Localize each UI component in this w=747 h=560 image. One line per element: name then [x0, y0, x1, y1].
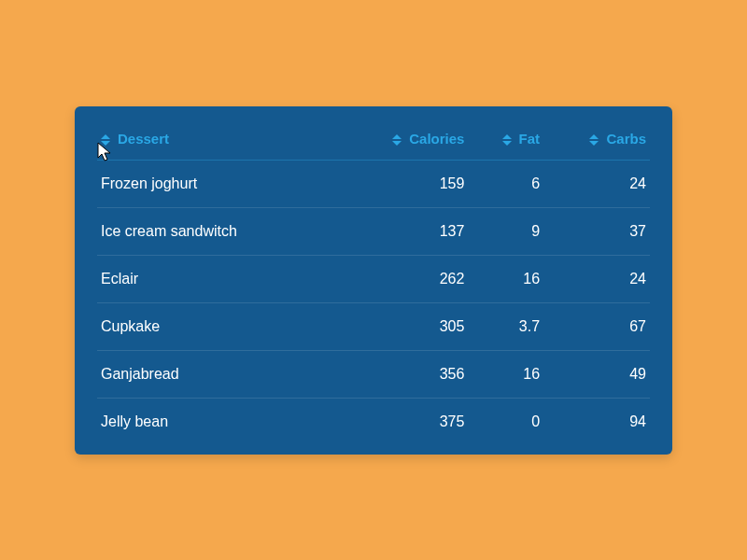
- cell-carbs: 24: [543, 255, 650, 302]
- cell-fat: 16: [468, 255, 543, 302]
- cell-fat: 9: [468, 207, 543, 255]
- table-row[interactable]: Eclair 262 16 24: [97, 255, 650, 302]
- sort-icon: [101, 134, 110, 146]
- cell-fat: 3.7: [468, 302, 543, 350]
- column-header-fat[interactable]: Fat: [468, 123, 543, 161]
- sort-icon: [589, 134, 599, 146]
- column-header-carbs[interactable]: Carbs: [543, 123, 650, 161]
- sort-icon: [392, 134, 402, 146]
- cell-fat: 0: [468, 398, 543, 445]
- table-row[interactable]: Cupkake 305 3.7 67: [97, 302, 650, 350]
- cell-dessert: Eclair: [97, 255, 336, 302]
- table-row[interactable]: Ganjabread 356 16 49: [97, 350, 650, 398]
- cell-calories: 137: [336, 207, 469, 255]
- column-header-dessert[interactable]: Dessert: [97, 123, 336, 161]
- cell-fat: 16: [468, 350, 543, 398]
- column-header-label: Dessert: [118, 131, 169, 147]
- cell-dessert: Jelly bean: [97, 398, 336, 445]
- cell-calories: 262: [336, 255, 469, 302]
- desserts-table: Dessert Calories Fat Carbs: [97, 123, 650, 445]
- cell-dessert: Cupkake: [97, 302, 336, 350]
- cell-dessert: Ice cream sandwitch: [97, 207, 336, 255]
- table-row[interactable]: Frozen joghurt 159 6 24: [97, 160, 650, 207]
- column-header-label: Fat: [519, 131, 541, 147]
- column-header-calories[interactable]: Calories: [336, 123, 469, 161]
- table-row[interactable]: Ice cream sandwitch 137 9 37: [97, 207, 650, 255]
- cell-calories: 356: [336, 350, 469, 398]
- cell-dessert: Frozen joghurt: [97, 160, 336, 207]
- cell-calories: 305: [336, 302, 469, 350]
- cell-dessert: Ganjabread: [97, 350, 336, 398]
- cell-carbs: 49: [543, 350, 650, 398]
- cell-calories: 159: [336, 160, 469, 207]
- desserts-table-card: Dessert Calories Fat Carbs: [75, 106, 672, 455]
- table-row[interactable]: Jelly bean 375 0 94: [97, 398, 650, 445]
- cell-carbs: 24: [543, 160, 650, 207]
- cell-calories: 375: [336, 398, 469, 445]
- cell-carbs: 67: [543, 302, 650, 350]
- cell-carbs: 37: [543, 207, 650, 255]
- cell-fat: 6: [468, 160, 543, 207]
- sort-icon: [502, 134, 512, 146]
- column-header-label: Calories: [409, 131, 464, 147]
- column-header-label: Carbs: [606, 131, 646, 147]
- table-header-row: Dessert Calories Fat Carbs: [97, 123, 650, 161]
- cell-carbs: 94: [543, 398, 650, 445]
